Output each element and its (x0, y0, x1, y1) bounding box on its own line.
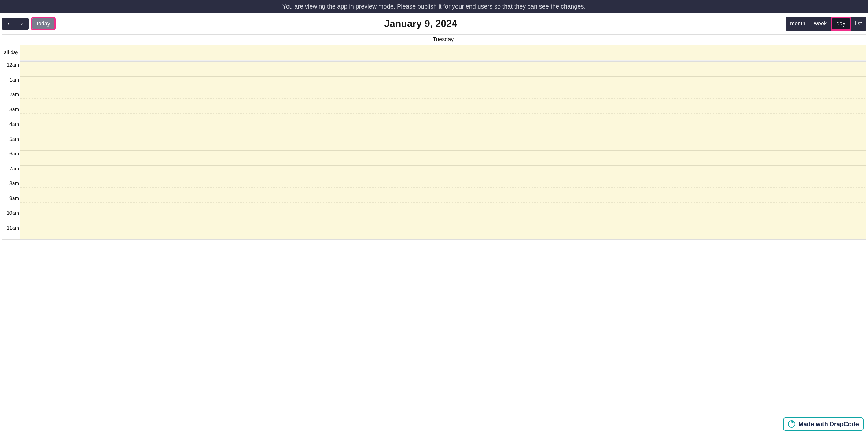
time-slot[interactable] (21, 128, 866, 136)
view-list-button[interactable]: list (851, 17, 866, 31)
view-week-button[interactable]: week (810, 17, 831, 31)
time-slot[interactable] (21, 166, 866, 173)
time-slot[interactable] (21, 136, 866, 143)
time-grid: 12am 1am 2am 3am 4am 5am 6am 7am 8am 9am… (2, 62, 866, 239)
today-button-highlight: today (31, 17, 56, 30)
view-button-group: month week day list (786, 17, 866, 31)
time-slot[interactable] (21, 106, 866, 114)
toolbar-right: month week day list (786, 17, 866, 31)
day-header-spacer (2, 35, 21, 44)
chevron-right-icon (20, 22, 24, 26)
time-label: 11am (2, 225, 20, 240)
time-label: 7am (2, 166, 20, 180)
time-label: 10am (2, 210, 20, 225)
time-slot[interactable] (21, 84, 866, 91)
time-slot[interactable] (21, 188, 866, 195)
time-label: 6am (2, 150, 20, 166)
view-month-button[interactable]: month (786, 17, 810, 31)
time-slot[interactable] (21, 217, 866, 225)
time-slot[interactable] (21, 143, 866, 150)
chevron-left-icon (6, 22, 11, 26)
calendar-toolbar: today January 9, 2024 month week day lis… (0, 13, 868, 34)
time-slot[interactable] (21, 203, 866, 210)
time-slot[interactable] (21, 180, 866, 188)
time-slot[interactable] (21, 62, 866, 69)
time-slot[interactable] (21, 195, 866, 203)
today-button[interactable]: today (32, 18, 54, 29)
time-label: 5am (2, 136, 20, 151)
time-label: 1am (2, 77, 20, 92)
preview-banner: You are viewing the app in preview mode.… (0, 0, 868, 13)
day-button-highlight: day (831, 17, 851, 31)
day-header-label[interactable]: Tuesday (21, 35, 866, 44)
nav-button-group (2, 18, 29, 30)
time-slot[interactable] (21, 232, 866, 239)
time-slot[interactable] (21, 158, 866, 165)
time-slot[interactable] (21, 173, 866, 180)
allday-row: all-day (2, 45, 866, 60)
calendar-title: January 9, 2024 (384, 18, 457, 29)
time-slot[interactable] (21, 210, 866, 217)
time-label: 8am (2, 180, 20, 195)
time-slot[interactable] (21, 77, 866, 84)
calendar-container: Tuesday all-day 12am 1am 2am 3am 4am 5am… (2, 34, 866, 240)
time-label: 2am (2, 91, 20, 106)
toolbar-left: today (2, 17, 56, 30)
time-slot[interactable] (21, 99, 866, 106)
next-button[interactable] (15, 18, 29, 30)
prev-button[interactable] (2, 18, 15, 30)
time-slot[interactable] (21, 114, 866, 121)
allday-content[interactable] (21, 45, 866, 60)
time-label: 12am (2, 62, 20, 77)
time-labels-column: 12am 1am 2am 3am 4am 5am 6am 7am 8am 9am… (2, 62, 21, 239)
time-slot[interactable] (21, 69, 866, 76)
time-slot[interactable] (21, 225, 866, 232)
preview-banner-text: You are viewing the app in preview mode.… (282, 3, 586, 10)
view-day-button[interactable]: day (832, 18, 850, 29)
time-slot[interactable] (21, 91, 866, 99)
time-slot[interactable] (21, 121, 866, 128)
time-content-column[interactable] (21, 62, 866, 239)
day-header-row: Tuesday (2, 35, 866, 45)
allday-label: all-day (2, 45, 21, 60)
time-label: 9am (2, 195, 20, 210)
time-label: 4am (2, 121, 20, 136)
time-slot[interactable] (21, 150, 866, 158)
time-label: 3am (2, 106, 20, 121)
